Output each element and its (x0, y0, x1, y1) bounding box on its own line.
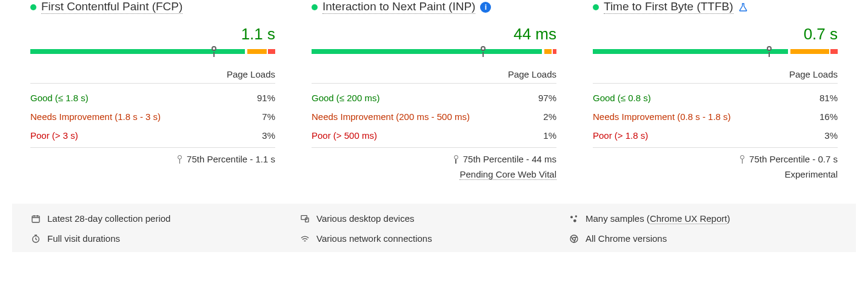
distribution-bar (312, 47, 556, 56)
distribution-bar (593, 47, 838, 56)
dist-good-row: Good (≤ 0.8 s) 81% (593, 88, 838, 107)
desktop-icon (299, 214, 310, 224)
metric-card: Time to First Byte (TTFB) 0.7 s Page Loa… (593, 0, 838, 179)
svg-rect-0 (32, 216, 39, 222)
footer-samples-pre: Many samples ( (586, 213, 650, 224)
chrome-icon (569, 234, 579, 244)
network-icon (299, 234, 310, 244)
dist-good-pct: 81% (820, 93, 838, 103)
dist-ni-label: Needs Improvement (0.8 s - 1.8 s) (593, 112, 731, 122)
dist-ni-row: Needs Improvement (0.8 s - 1.8 s) 16% (593, 107, 838, 126)
dist-good-label: Good (≤ 0.8 s) (593, 93, 651, 103)
dist-ni-pct: 7% (262, 112, 275, 122)
loads-header: Page Loads (593, 69, 838, 84)
dist-ni-label: Needs Improvement (1.8 s - 3 s) (30, 112, 161, 122)
footer-period: Latest 28-day collection period (30, 213, 299, 224)
dist-good-label: Good (≤ 1.8 s) (30, 93, 88, 103)
dist-poor-row: Poor (> 3 s) 3% (30, 126, 275, 145)
footer-connections-text: Various network connections (316, 233, 432, 244)
loads-header: Page Loads (312, 69, 556, 84)
percentile-row: 75th Percentile - 0.7 s (593, 148, 838, 164)
dist-ni-pct: 2% (543, 112, 556, 122)
footer-versions: All Chrome versions (569, 233, 838, 244)
metric-title[interactable]: First Contentful Paint (FCP) (41, 0, 182, 14)
dist-poor-label: Poor (> 3 s) (30, 130, 78, 141)
chrome-ux-report-link[interactable]: Chrome UX Report (650, 213, 727, 224)
metric-status-text[interactable]: Pending Core Web Vital (459, 169, 556, 180)
dist-ni-row: Needs Improvement (1.8 s - 3 s) 7% (30, 107, 275, 126)
metric-status-text: Experimental (784, 169, 838, 179)
calendar-icon (30, 214, 41, 224)
metric-title[interactable]: Time to First Byte (TTFB) (604, 0, 733, 14)
footer-durations: Full visit durations (30, 233, 299, 244)
distribution-bar (30, 47, 275, 56)
percentile-marker (481, 46, 486, 51)
metric-value: 44 ms (513, 25, 556, 43)
dist-poor-row: Poor (> 500 ms) 1% (312, 126, 556, 145)
percentile-text: 75th Percentile - 1.1 s (187, 154, 275, 164)
dist-ni-pct: 16% (820, 112, 838, 122)
percentile-row: 75th Percentile - 1.1 s (30, 148, 275, 164)
percentile-text: 75th Percentile - 44 ms (463, 154, 556, 164)
footer-versions-text: All Chrome versions (586, 233, 667, 244)
status-dot (593, 4, 599, 10)
clock-icon (30, 234, 41, 244)
dist-good-pct: 97% (538, 93, 556, 103)
svg-point-4 (575, 215, 577, 217)
metric-card: First Contentful Paint (FCP) 1.1 s Page … (30, 0, 275, 179)
footer-connections: Various network connections (299, 233, 569, 244)
metric-value: 0.7 s (804, 25, 838, 43)
metric-status: Pending Core Web Vital (312, 164, 556, 179)
pin-icon (178, 155, 182, 164)
dist-poor-label: Poor (> 1.8 s) (593, 130, 648, 141)
percentile-row: 75th Percentile - 44 ms (312, 148, 556, 164)
info-icon[interactable]: i (480, 2, 491, 13)
dist-poor-pct: 3% (262, 130, 275, 141)
footer-summary: Latest 28-day collection period Various … (12, 204, 856, 252)
dist-good-row: Good (≤ 200 ms) 97% (312, 88, 556, 107)
dist-ni-row: Needs Improvement (200 ms - 500 ms) 2% (312, 107, 556, 126)
dist-poor-row: Poor (> 1.8 s) 3% (593, 126, 838, 145)
percentile-marker (212, 46, 216, 51)
footer-period-text: Latest 28-day collection period (47, 213, 170, 224)
pin-icon (454, 155, 458, 164)
status-dot (312, 4, 318, 10)
footer-durations-text: Full visit durations (47, 233, 120, 244)
dist-poor-pct: 3% (824, 130, 838, 141)
metric-value: 1.1 s (241, 25, 275, 43)
svg-point-5 (573, 219, 576, 222)
dist-poor-pct: 1% (543, 130, 556, 141)
pin-icon (740, 155, 744, 164)
percentile-marker (767, 46, 772, 51)
dist-good-pct: 91% (257, 93, 275, 103)
footer-samples-post: ) (727, 213, 730, 224)
loads-header: Page Loads (30, 69, 275, 84)
footer-devices-text: Various desktop devices (316, 213, 414, 224)
status-dot (30, 4, 36, 10)
metric-status: Experimental (593, 164, 838, 179)
flask-icon[interactable] (738, 2, 748, 13)
svg-point-3 (570, 216, 573, 218)
metric-title[interactable]: Interaction to Next Paint (INP) (322, 0, 475, 14)
dist-ni-label: Needs Improvement (200 ms - 500 ms) (312, 112, 470, 122)
footer-samples: Many samples (Chrome UX Report) (569, 213, 838, 224)
dist-good-row: Good (≤ 1.8 s) 91% (30, 88, 275, 107)
samples-icon (569, 214, 579, 224)
dist-good-label: Good (≤ 200 ms) (312, 93, 379, 103)
dist-poor-label: Poor (> 500 ms) (312, 130, 377, 141)
metric-card: Interaction to Next Paint (INP) i 44 ms … (312, 0, 556, 179)
footer-devices: Various desktop devices (299, 213, 569, 224)
percentile-text: 75th Percentile - 0.7 s (749, 154, 838, 164)
